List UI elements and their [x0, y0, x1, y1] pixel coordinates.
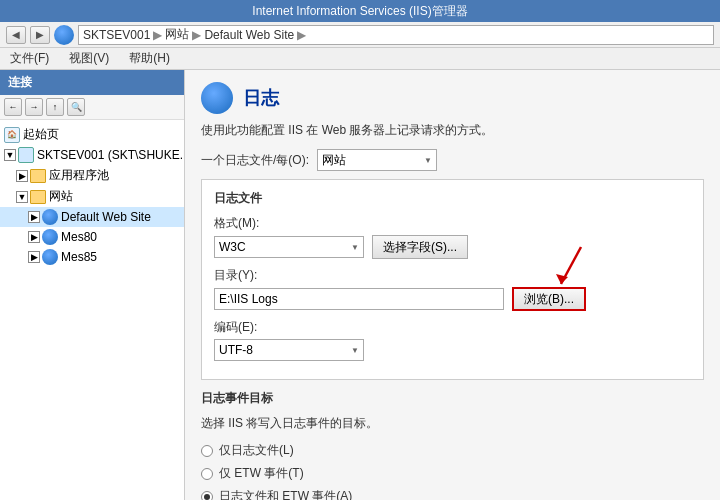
- title-text: Internet Information Services (IIS)管理器: [252, 4, 467, 18]
- apppool-icon: [30, 169, 46, 183]
- radio-logfile-label: 仅日志文件(L): [219, 442, 294, 459]
- menu-help[interactable]: 帮助(H): [125, 49, 174, 68]
- sites-icon: [30, 190, 46, 204]
- directory-label: 目录(Y):: [214, 267, 691, 284]
- radio-both[interactable]: 日志文件和 ETW 事件(A): [201, 488, 704, 500]
- tool-up[interactable]: ↑: [46, 98, 64, 116]
- event-target-title: 日志事件目标: [201, 390, 704, 407]
- sidebar-toolbar: ← → ↑ 🔍: [0, 95, 184, 120]
- radio-etw-label: 仅 ETW 事件(T): [219, 465, 304, 482]
- tool-back[interactable]: ←: [4, 98, 22, 116]
- format-label: 格式(M):: [214, 215, 691, 232]
- mes80-label: Mes80: [61, 230, 97, 244]
- directory-input[interactable]: E:\IIS Logs: [214, 288, 504, 310]
- event-target-desc: 选择 IIS 将写入日志事件的目标。: [201, 415, 704, 432]
- format-select[interactable]: W3C ▼: [214, 236, 364, 258]
- browse-button[interactable]: 浏览(B)...: [512, 287, 586, 311]
- log-files-section: 日志文件 格式(M): W3C ▼ 选择字段(S)... 目录(Y): E:\I…: [201, 179, 704, 380]
- page-title: 日志: [243, 86, 279, 110]
- sites-expand[interactable]: ▼: [16, 191, 28, 203]
- path-segment-1: SKTSEV001: [83, 28, 150, 42]
- radio-both-circle[interactable]: [201, 491, 213, 501]
- log-file-per-value: 网站: [322, 152, 346, 169]
- address-bar: ◀ ▶ SKTSEV001 ▶ 网站 ▶ Default Web Site ▶: [0, 22, 720, 48]
- tree-item-mes80[interactable]: ▶ Mes80: [0, 227, 184, 247]
- log-file-per-arrow: ▼: [424, 156, 432, 165]
- startpage-icon: 🏠: [4, 127, 20, 143]
- forward-button[interactable]: ▶: [30, 26, 50, 44]
- tree-item-default-web-site[interactable]: ▶ Default Web Site: [0, 207, 184, 227]
- tree-area: 🏠 起始页 ▼ SKTSEV001 (SKT\SHUKE.LI) ▶ 应用程序池…: [0, 120, 184, 271]
- mes80-expand[interactable]: ▶: [28, 231, 40, 243]
- tool-forward[interactable]: →: [25, 98, 43, 116]
- event-target-section: 日志事件目标 选择 IIS 将写入日志事件的目标。 仅日志文件(L) 仅 ETW…: [201, 390, 704, 500]
- title-bar: Internet Information Services (IIS)管理器: [0, 0, 720, 22]
- sites-label: 网站: [49, 188, 73, 205]
- directory-control: E:\IIS Logs 浏览(B)...: [214, 287, 691, 311]
- tree-item-mes85[interactable]: ▶ Mes85: [0, 247, 184, 267]
- address-path[interactable]: SKTSEV001 ▶ 网站 ▶ Default Web Site ▶: [78, 25, 714, 45]
- directory-value: E:\IIS Logs: [219, 292, 278, 306]
- select-fields-button[interactable]: 选择字段(S)...: [372, 235, 468, 259]
- mes85-label: Mes85: [61, 250, 97, 264]
- address-globe-icon: [54, 25, 74, 45]
- log-files-title: 日志文件: [214, 190, 691, 207]
- page-description: 使用此功能配置 IIS 在 Web 服务器上记录请求的方式。: [201, 122, 704, 139]
- sidebar: 连接 ← → ↑ 🔍 🏠 起始页 ▼ SKTSEV001 (SKT\SHUKE.…: [0, 70, 185, 500]
- radio-etw-only[interactable]: 仅 ETW 事件(T): [201, 465, 704, 482]
- encoding-arrow: ▼: [351, 346, 359, 355]
- format-control: W3C ▼ 选择字段(S)...: [214, 235, 691, 259]
- tree-item-server[interactable]: ▼ SKTSEV001 (SKT\SHUKE.LI): [0, 145, 184, 165]
- main-layout: 连接 ← → ↑ 🔍 🏠 起始页 ▼ SKTSEV001 (SKT\SHUKE.…: [0, 70, 720, 500]
- mes85-expand[interactable]: ▶: [28, 251, 40, 263]
- tree-item-sites[interactable]: ▼ 网站: [0, 186, 184, 207]
- path-separator-1: ▶: [153, 28, 162, 42]
- radio-etw-circle[interactable]: [201, 468, 213, 480]
- path-separator-3: ▶: [297, 28, 306, 42]
- path-separator-2: ▶: [192, 28, 201, 42]
- radio-both-label: 日志文件和 ETW 事件(A): [219, 488, 352, 500]
- log-file-per-label: 一个日志文件/每(O):: [201, 152, 309, 169]
- dws-label: Default Web Site: [61, 210, 151, 224]
- encoding-row: 编码(E): UTF-8 ▼: [214, 319, 691, 361]
- menu-file[interactable]: 文件(F): [6, 49, 53, 68]
- server-expand[interactable]: ▼: [4, 149, 16, 161]
- encoding-control: UTF-8 ▼: [214, 339, 691, 361]
- format-row: 格式(M): W3C ▼ 选择字段(S)...: [214, 215, 691, 259]
- format-arrow: ▼: [351, 243, 359, 252]
- format-value: W3C: [219, 240, 246, 254]
- encoding-select[interactable]: UTF-8 ▼: [214, 339, 364, 361]
- page-icon: [201, 82, 233, 114]
- radio-logfile-only[interactable]: 仅日志文件(L): [201, 442, 704, 459]
- mes85-icon: [42, 249, 58, 265]
- dws-expand[interactable]: ▶: [28, 211, 40, 223]
- path-segment-3: Default Web Site: [204, 28, 294, 42]
- menu-view[interactable]: 视图(V): [65, 49, 113, 68]
- tree-item-apppool[interactable]: ▶ 应用程序池: [0, 165, 184, 186]
- server-label: SKTSEV001 (SKT\SHUKE.LI): [37, 148, 185, 162]
- sidebar-header: 连接: [0, 70, 184, 95]
- log-file-per-row: 一个日志文件/每(O): 网站 ▼: [201, 149, 704, 171]
- radio-logfile-circle[interactable]: [201, 445, 213, 457]
- dws-icon: [42, 209, 58, 225]
- apppool-expand[interactable]: ▶: [16, 170, 28, 182]
- mes80-icon: [42, 229, 58, 245]
- page-header: 日志: [201, 82, 704, 114]
- directory-row: 目录(Y): E:\IIS Logs 浏览(B)...: [214, 267, 691, 311]
- startpage-label: 起始页: [23, 126, 59, 143]
- encoding-label: 编码(E):: [214, 319, 691, 336]
- apppool-label: 应用程序池: [49, 167, 109, 184]
- menu-bar: 文件(F) 视图(V) 帮助(H): [0, 48, 720, 70]
- path-segment-2: 网站: [165, 26, 189, 43]
- log-file-per-select[interactable]: 网站 ▼: [317, 149, 437, 171]
- server-icon: [18, 147, 34, 163]
- tree-item-startpage[interactable]: 🏠 起始页: [0, 124, 184, 145]
- tool-search[interactable]: 🔍: [67, 98, 85, 116]
- content-area: 日志 使用此功能配置 IIS 在 Web 服务器上记录请求的方式。 一个日志文件…: [185, 70, 720, 500]
- back-button[interactable]: ◀: [6, 26, 26, 44]
- encoding-value: UTF-8: [219, 343, 253, 357]
